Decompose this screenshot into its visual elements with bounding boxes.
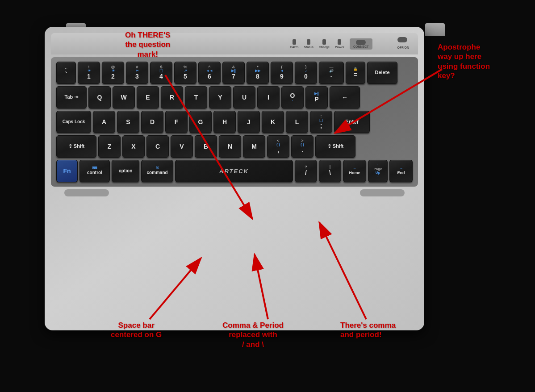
key-shift-right[interactable]: ⇧ Shift (315, 135, 355, 158)
key-g[interactable]: G (189, 111, 212, 133)
key-semicolon[interactable]: : [ ] ; (310, 111, 332, 133)
key-comma[interactable]: < { } , (267, 135, 289, 158)
key-b[interactable]: B (195, 135, 217, 158)
key-space[interactable]: ARTECK (175, 160, 293, 182)
key-9[interactable]: (◄9 (271, 62, 293, 84)
key-equals[interactable]: 🔒= (346, 62, 365, 84)
offon-label: OFF/ON (397, 46, 409, 49)
connect-label: CONNECT (353, 45, 369, 48)
key-s[interactable]: S (117, 111, 139, 133)
key-period[interactable]: > { } . (291, 135, 313, 158)
row-asdf: Caps Lock A S D F G H J K L : [ ] ; Ente… (56, 111, 413, 133)
key-backspace[interactable]: ← (330, 86, 360, 108)
power-led (338, 39, 341, 45)
key-7[interactable]: &▶‖7 (222, 62, 245, 84)
key-u[interactable]: U (233, 86, 255, 108)
key-0[interactable]: )♪0 (295, 62, 317, 84)
key-4[interactable]: $⬚4 (150, 62, 172, 84)
key-control[interactable]: ⌨control (79, 160, 110, 182)
key-v[interactable]: V (171, 135, 193, 158)
key-o[interactable]: O' (281, 86, 304, 108)
key-shift-left[interactable]: ⇧ Shift (56, 135, 96, 158)
key-p[interactable]: ▶‖P (305, 86, 328, 108)
power-indicator: Power (335, 39, 344, 49)
connect-button[interactable]: CONNECT (350, 38, 372, 50)
key-h[interactable]: H (213, 111, 236, 133)
caps-indicator: CAPS (290, 39, 298, 49)
row-zxcv: ⇧ Shift Z X C V B N M < { } , > { } . ⇧ … (56, 135, 413, 158)
key-n[interactable]: N (219, 135, 241, 158)
keyboard-body: CAPS Status Charge Power CONNECT OFF/ON (45, 27, 424, 330)
power-toggle[interactable]: OFF/ON (397, 37, 409, 50)
key-t[interactable]: T (185, 86, 207, 108)
key-fn[interactable]: Fn (56, 160, 78, 182)
key-enter[interactable]: Enter (334, 111, 370, 133)
key-a[interactable]: A (93, 111, 115, 133)
key-k[interactable]: K (262, 111, 284, 133)
row-qwerty: Tab ⇥ Q W E R T Y U I O' ▶‖P ← (56, 86, 413, 108)
status-label: Status (304, 46, 313, 49)
key-3[interactable]: #✂3 (126, 62, 148, 84)
charge-label: Charge (319, 46, 330, 49)
key-command[interactable]: ⌘command (141, 160, 173, 182)
status-led (307, 39, 310, 45)
keyboard-keys: ~` !☀1 @☀2 #✂3 $⬚4 %↗5 ^◄◄6 &▶‖7 *▶▶8 (◄… (51, 57, 418, 187)
grip-right (360, 189, 405, 196)
key-6[interactable]: ^◄◄6 (198, 62, 221, 84)
key-z[interactable]: Z (98, 135, 121, 158)
key-x[interactable]: X (122, 135, 145, 158)
key-m[interactable]: M (243, 135, 265, 158)
power-label: Power (335, 46, 344, 49)
key-end[interactable]: → End (389, 160, 413, 182)
key-l[interactable]: L (286, 111, 308, 133)
keyboard-bottom (51, 187, 418, 197)
charge-led (322, 39, 326, 45)
key-2[interactable]: @☀2 (102, 62, 124, 84)
key-c[interactable]: C (146, 135, 169, 158)
key-minus[interactable]: —🔊- (319, 62, 344, 84)
caps-led (293, 39, 296, 45)
indicators: CAPS Status Charge Power CONNECT (290, 38, 372, 50)
key-i[interactable]: I (257, 86, 280, 108)
key-w[interactable]: W (113, 86, 135, 108)
key-backtick[interactable]: ~` (56, 62, 76, 84)
row-numbers: ~` !☀1 @☀2 #✂3 $⬚4 %↗5 ^◄◄6 &▶‖7 *▶▶8 (◄… (56, 62, 413, 84)
key-1[interactable]: !☀1 (78, 62, 100, 84)
key-e[interactable]: E (137, 86, 159, 108)
key-r[interactable]: R (161, 86, 183, 108)
key-8[interactable]: *▶▶8 (247, 62, 269, 84)
key-d[interactable]: D (141, 111, 163, 133)
key-f[interactable]: F (165, 111, 188, 133)
power-switch (397, 37, 407, 42)
key-slash[interactable]: ? / (295, 160, 317, 182)
charge-indicator: Charge (319, 39, 330, 49)
key-home[interactable]: ← Home (343, 160, 366, 182)
key-j[interactable]: J (238, 111, 260, 133)
key-caps-lock[interactable]: Caps Lock (56, 111, 91, 133)
key-tab[interactable]: Tab ⇥ (56, 86, 87, 108)
annotation-spacebar: Space barcentered on G (111, 321, 162, 340)
key-5[interactable]: %↗5 (174, 62, 196, 84)
key-q[interactable]: Q (88, 86, 111, 108)
grip-left (64, 189, 109, 196)
key-delete[interactable]: Delete (367, 62, 397, 84)
row-bottom: Fn ⌨control option ⌘command ARTECK ? / |… (56, 160, 413, 182)
indicator-bar: CAPS Status Charge Power CONNECT OFF/ON (51, 33, 418, 54)
status-indicator: Status (304, 39, 313, 49)
annotation-question-mark: Oh THERE'Sthe questionmark! (125, 30, 170, 59)
hinge-right (425, 23, 445, 36)
key-pageup[interactable]: ↑ Page Up ↓ (368, 160, 388, 182)
connect-slider (356, 40, 366, 45)
caps-label: CAPS (290, 46, 298, 49)
annotation-comma-period: Comma & Periodreplaced with/ and \ (222, 321, 284, 349)
annotation-there-comma: There's commaand period! (340, 321, 396, 340)
annotation-apostrophe: Apostropheway up hereusing functionkey? (438, 42, 490, 80)
key-option[interactable]: option (112, 160, 139, 182)
key-backslash[interactable]: | \ (319, 160, 341, 182)
key-y[interactable]: Y (209, 86, 231, 108)
